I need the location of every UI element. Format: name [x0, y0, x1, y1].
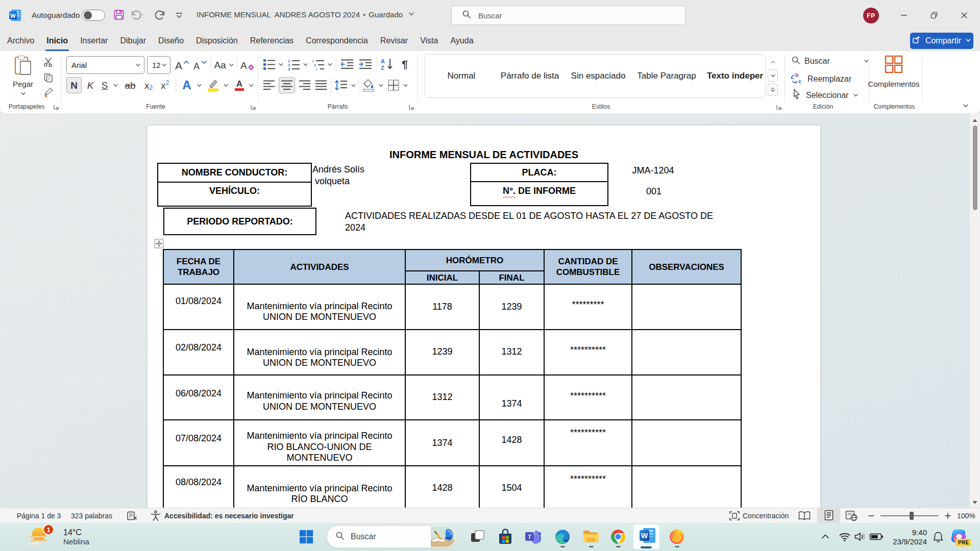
text-highlight-chevron-icon[interactable]	[222, 77, 230, 93]
bullets-button[interactable]	[262, 56, 277, 72]
close-button[interactable]	[953, 4, 975, 27]
tab-disposición[interactable]: Disposición	[190, 31, 244, 51]
customize-quick-access-icon[interactable]	[172, 7, 187, 22]
shading-chevron-icon[interactable]	[377, 77, 385, 93]
word-count[interactable]: 323 palabras	[71, 508, 112, 523]
tray-expand-icon[interactable]	[815, 526, 836, 547]
tab-archivo[interactable]: Archivo	[1, 31, 40, 51]
tab-diseño[interactable]: Diseño	[152, 31, 190, 51]
tab-referencias[interactable]: Referencias	[244, 31, 300, 51]
cell-inicial[interactable]: 1239	[405, 330, 479, 375]
cell-observaciones[interactable]	[632, 420, 741, 466]
cell-final[interactable]: 1428	[479, 420, 544, 466]
font-dialog-launcher[interactable]	[250, 104, 257, 111]
line-spacing-button[interactable]	[333, 77, 349, 93]
subscript-button[interactable]: x2	[141, 77, 156, 93]
cell-final[interactable]: 1312	[479, 330, 544, 375]
minimize-button[interactable]	[893, 4, 915, 27]
microsoft-store-button[interactable]	[495, 526, 516, 547]
paste-button[interactable]: Pegar	[8, 55, 38, 98]
cell-fecha[interactable]: 01/08/2024	[163, 284, 234, 330]
copy-button[interactable]	[42, 71, 55, 84]
autosave-toggle[interactable]	[82, 10, 105, 21]
cell-combustible[interactable]: **********	[544, 375, 632, 420]
avatar[interactable]: FP	[863, 8, 879, 23]
cell-inicial[interactable]: 1312	[405, 375, 479, 420]
accessibility-status[interactable]: Accesibilidad: es necesario investigar	[164, 508, 294, 523]
cell-fecha[interactable]: 06/08/2024	[163, 375, 234, 420]
restore-button[interactable]	[923, 4, 945, 27]
justify-button[interactable]	[313, 77, 329, 93]
font-color-button[interactable]: A	[232, 77, 247, 93]
bullets-chevron-icon[interactable]	[277, 56, 285, 72]
superscript-button[interactable]: x2	[157, 77, 173, 93]
align-left-button[interactable]	[261, 77, 277, 93]
cell-actividad[interactable]: Mantenimiento vía principal Recinto RÍO …	[234, 466, 405, 508]
document-title-bar[interactable]: INFORME MENSUAL ANDRES AGOSTO 2024 • Gua…	[197, 10, 415, 19]
increase-indent-button[interactable]	[357, 56, 374, 72]
style-item-normal[interactable]: Normal	[427, 71, 496, 81]
tab-dibujar[interactable]: Dibujar	[114, 31, 152, 51]
zoom-in-button[interactable]	[944, 508, 951, 523]
scroll-up-icon[interactable]	[972, 116, 978, 122]
change-case-button[interactable]: Aa	[212, 57, 236, 73]
read-mode-button[interactable]	[798, 508, 811, 523]
shading-button[interactable]	[360, 77, 377, 93]
edge-button[interactable]	[552, 526, 573, 547]
underline-chevron-icon[interactable]	[111, 77, 119, 93]
cell-actividad[interactable]: Mantenimiento vía principal Recinto UNIO…	[234, 284, 405, 330]
tab-ayuda[interactable]: Ayuda	[444, 31, 479, 51]
italic-button[interactable]: K	[84, 77, 97, 93]
firefox-button[interactable]	[666, 526, 688, 547]
tab-insertar[interactable]: Insertar	[74, 31, 114, 51]
cell-observaciones[interactable]	[632, 375, 741, 420]
titlebar-search-box[interactable]: Buscar	[451, 6, 685, 25]
cell-fecha[interactable]: 02/08/2024	[163, 330, 234, 375]
start-button[interactable]	[296, 526, 317, 547]
share-button[interactable]: Compartir	[910, 33, 973, 49]
file-explorer-button[interactable]	[580, 526, 602, 547]
text-highlight-button[interactable]	[205, 77, 222, 93]
cell-actividad[interactable]: Mantenimiento vía principal Recinto UNIO…	[234, 330, 405, 375]
borders-chevron-icon[interactable]	[401, 77, 409, 93]
styles-scroll-up-icon[interactable]	[768, 56, 778, 67]
cell-observaciones[interactable]	[632, 284, 741, 330]
line-spacing-chevron-icon[interactable]	[349, 77, 357, 93]
borders-button[interactable]	[386, 77, 401, 93]
cell-inicial[interactable]: 1428	[405, 466, 479, 508]
word-taskbar-icon[interactable]: W	[637, 525, 658, 546]
tab-inicio[interactable]: Inicio	[40, 31, 74, 51]
cell-actividad[interactable]: Mantenimiento vía principal Recinto UNIO…	[234, 375, 405, 420]
multilevel-chevron-icon[interactable]	[326, 56, 334, 72]
zoom-slider-knob[interactable]	[910, 512, 914, 520]
font-size-combobox[interactable]: 12	[147, 56, 170, 74]
numbering-chevron-icon[interactable]	[301, 56, 309, 72]
cell-fecha[interactable]: 07/08/2024	[163, 420, 234, 466]
taskbar-search-box[interactable]: Buscar	[327, 525, 456, 548]
tab-correspondencia[interactable]: Correspondencia	[300, 31, 374, 51]
style-item-sin-espaciado[interactable]: Sin espaciado	[564, 71, 632, 81]
multilevel-list-button[interactable]: 1ai	[311, 56, 326, 72]
cell-combustible[interactable]: **********	[544, 330, 632, 375]
style-item-texto-indeper[interactable]: Texto indeper	[701, 71, 766, 81]
grow-font-button[interactable]: A	[174, 57, 191, 73]
cell-final[interactable]: 1504	[479, 466, 544, 508]
cell-observaciones[interactable]	[632, 330, 741, 375]
undo-button[interactable]	[129, 7, 144, 22]
cell-combustible[interactable]: *********	[544, 284, 632, 330]
table-move-handle[interactable]	[154, 239, 164, 248]
underline-button[interactable]: S	[98, 77, 111, 93]
taskbar-weather-widget[interactable]: 14°C Neblina	[27, 523, 89, 551]
text-effects-chevron-icon[interactable]	[195, 77, 203, 93]
focus-mode-label[interactable]: Concentración	[743, 508, 789, 523]
cell-inicial[interactable]: 1374	[405, 420, 479, 466]
replace-button[interactable]: bc Reemplazar	[790, 72, 851, 86]
cell-fecha[interactable]: 08/08/2024	[163, 466, 234, 508]
scrollbar-thumb[interactable]	[973, 126, 977, 210]
tab-vista[interactable]: Vista	[414, 31, 444, 51]
styles-scroll-down-icon[interactable]	[768, 69, 778, 82]
scroll-down-icon[interactable]	[972, 498, 978, 505]
cell-inicial[interactable]: 1178	[405, 284, 479, 330]
print-layout-button[interactable]	[817, 508, 840, 523]
style-item-p-rrafo-de-lista[interactable]: Párrafo de lista	[496, 71, 564, 81]
